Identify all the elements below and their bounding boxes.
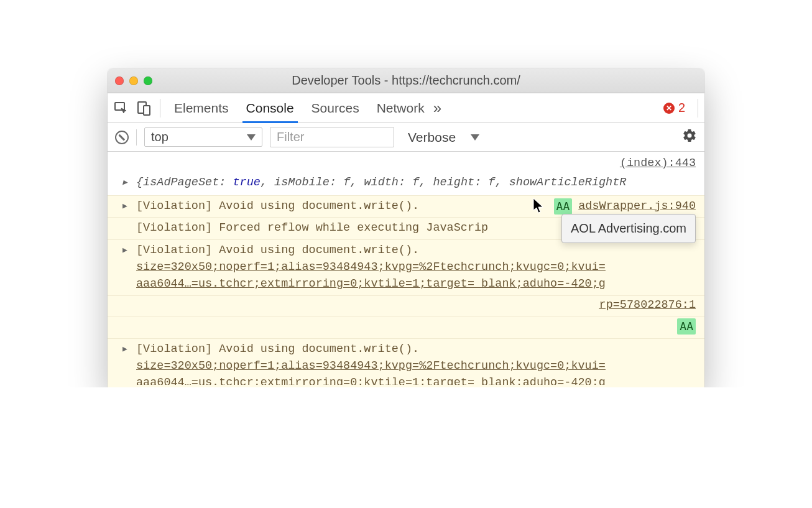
disclosure-triangle-icon[interactable]: ▶ <box>122 177 127 189</box>
log-level-value: Verbose <box>408 130 456 145</box>
device-toolbar-icon[interactable] <box>137 101 151 116</box>
source-link-row: (index):443 <box>108 152 704 172</box>
filter-placeholder: Filter <box>277 130 304 144</box>
tab-network[interactable]: Network <box>377 101 425 116</box>
log-row-violation[interactable]: ▶ [Violation] Avoid using document.write… <box>108 338 704 387</box>
context-selector-value: top <box>151 130 168 144</box>
error-count[interactable]: ✕ 2 <box>663 101 689 115</box>
console-output: (index):443 ▶ {isAdPageSet: true, isMobi… <box>108 152 704 387</box>
log-sublocation[interactable]: aaa6044…=us.tchcr;extmirroring=0;kvtile=… <box>136 277 606 290</box>
log-message: [Violation] Forced reflow while executin… <box>136 221 488 234</box>
inspect-element-icon[interactable] <box>114 101 129 116</box>
disclosure-triangle-icon[interactable]: ▶ <box>122 344 127 356</box>
disclosure-triangle-icon[interactable]: ▶ <box>122 245 127 257</box>
thirdparty-badge[interactable]: AA <box>554 198 573 215</box>
divider <box>136 129 137 145</box>
overflow-tabs-button[interactable]: » <box>433 99 441 117</box>
divider <box>698 99 698 118</box>
disclosure-triangle-icon[interactable]: ▶ <box>122 201 127 213</box>
console-toolbar: top Filter Verbose <box>108 123 704 152</box>
tab-console[interactable]: Console <box>246 101 294 116</box>
tab-elements[interactable]: Elements <box>174 101 229 116</box>
svg-rect-2 <box>144 106 150 115</box>
log-sublocation[interactable]: size=320x50;noperf=1;alias=93484943;kvpg… <box>136 359 606 372</box>
minimize-window-button[interactable] <box>129 76 138 85</box>
maximize-window-button[interactable] <box>144 76 152 85</box>
devtools-window: Developer Tools - https://techcrunch.com… <box>108 68 704 387</box>
error-count-number: 2 <box>678 101 685 115</box>
chevron-down-icon <box>247 134 256 141</box>
traffic-lights <box>115 76 152 85</box>
close-window-button[interactable] <box>115 76 124 85</box>
log-message: [Violation] Avoid using document.write()… <box>136 343 419 356</box>
log-message: [Violation] Avoid using document.write()… <box>136 198 419 215</box>
log-sublocation-right: rp=578022876:1 <box>108 295 704 316</box>
context-selector[interactable]: top <box>144 127 262 147</box>
tooltip: AOL Advertising.com <box>561 214 696 243</box>
source-link[interactable]: (index):443 <box>620 157 696 170</box>
tab-sources[interactable]: Sources <box>311 101 359 116</box>
log-message: [Violation] Avoid using document.write()… <box>136 244 419 257</box>
log-level-selector[interactable]: Verbose <box>408 130 479 145</box>
chevron-down-icon <box>471 134 479 141</box>
console-settings-icon[interactable] <box>682 128 697 147</box>
log-object-preview[interactable]: ▶ {isAdPageSet: true, isMobile: f, width… <box>108 172 704 195</box>
log-sublocation[interactable]: aaa6044…=us.tchcr:extmirroring=0:kvtile=… <box>136 376 606 385</box>
clear-console-button[interactable] <box>115 131 129 144</box>
log-sublocation[interactable]: size=320x50;noperf=1;alias=93484943;kvpg… <box>136 261 606 274</box>
window-title: Developer Tools - https://techcrunch.com… <box>108 73 704 88</box>
error-icon: ✕ <box>663 103 675 114</box>
badge-row: AA <box>108 316 704 339</box>
source-link[interactable]: adsWrapper.js:940 <box>578 198 696 215</box>
filter-input[interactable]: Filter <box>270 127 394 147</box>
log-row-violation[interactable]: ▶ [Violation] Avoid using document.write… <box>108 239 704 295</box>
log-sublocation[interactable]: rp=578022876:1 <box>599 298 696 312</box>
tooltip-text: AOL Advertising.com <box>571 221 686 235</box>
titlebar: Developer Tools - https://techcrunch.com… <box>108 68 704 93</box>
panel-tabstrip: Elements Console Sources Network » ✕ 2 <box>108 93 704 123</box>
thirdparty-badge[interactable]: AA <box>677 318 696 335</box>
